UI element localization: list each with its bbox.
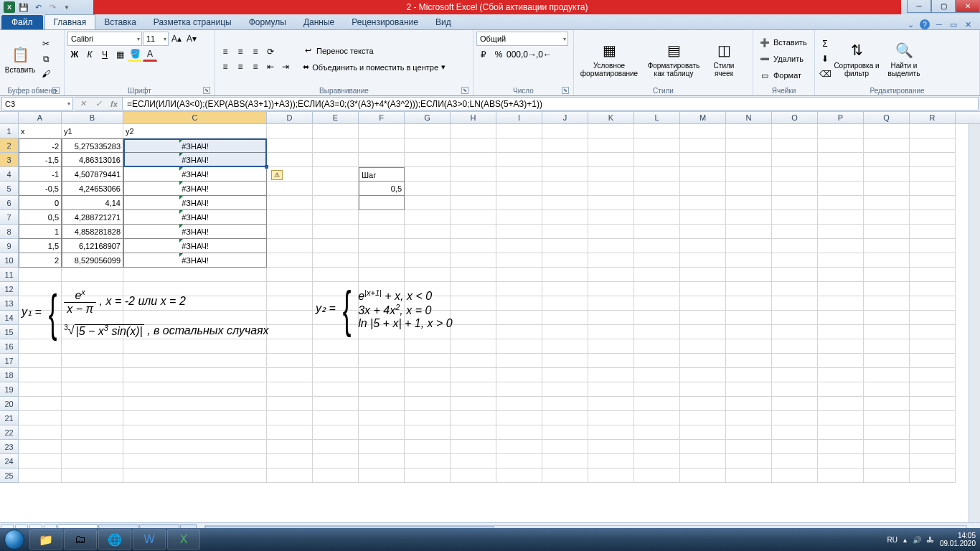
align-right-icon[interactable]: ≡ (248, 60, 263, 74)
font-size-combo[interactable]: 11 (143, 32, 169, 46)
group-editing-label: Редактирование (818, 86, 976, 95)
format-as-table-button[interactable]: ▤Форматировать как таблицу (643, 32, 705, 86)
group-clipboard-label: Буфер обмена (8, 87, 57, 95)
maximize-button[interactable]: ▢ (931, 0, 956, 13)
increase-indent-icon[interactable]: ⇥ (278, 60, 293, 74)
copy-icon[interactable]: ⧉ (39, 52, 53, 66)
percent-icon[interactable]: % (491, 47, 506, 62)
font-color-icon[interactable]: A (143, 47, 157, 62)
merge-center-button[interactable]: ⬌Объединить и поместить в центре ▾ (298, 60, 449, 75)
number-format-combo[interactable]: Общий (476, 32, 568, 46)
minimize-ribbon-icon[interactable]: ⌄ (905, 19, 915, 29)
taskbar-chrome-icon[interactable]: 🌐 (98, 529, 131, 550)
format-cells-button[interactable]: ▭Формат (756, 67, 811, 83)
insert-function-icon[interactable]: fx (106, 100, 122, 108)
tab-page-layout[interactable]: Разметка страницы (145, 15, 240, 29)
enter-formula-icon[interactable]: ✓ (90, 99, 106, 108)
help-icon[interactable]: ? (920, 19, 930, 29)
conditional-formatting-button[interactable]: ▦Условное форматирование (577, 32, 641, 86)
tab-formulas[interactable]: Формулы (240, 15, 295, 29)
insert-cells-button[interactable]: ➕Вставить (756, 34, 811, 50)
cell-B1[interactable]: y1 (62, 124, 123, 138)
tray-lang[interactable]: RU (887, 536, 897, 544)
tab-review[interactable]: Рецензирование (343, 15, 427, 29)
error-smart-tag-icon[interactable]: ⚠ (271, 170, 283, 180)
file-tab[interactable]: Файл (1, 15, 43, 29)
vertical-scrollbar[interactable] (969, 124, 980, 522)
dialog-launcher-icon[interactable]: ⬊ (52, 87, 60, 94)
fill-handle[interactable] (265, 165, 268, 169)
comma-icon[interactable]: 000 (507, 47, 521, 62)
workbook-restore-icon[interactable]: ▭ (948, 19, 958, 29)
align-middle-icon[interactable]: ≡ (233, 44, 248, 59)
fill-color-icon[interactable]: 🪣 (128, 47, 142, 62)
taskbar-excel-icon[interactable]: X (167, 529, 200, 550)
taskbar-folder-icon[interactable]: 🗂 (64, 529, 97, 550)
tab-home[interactable]: Главная (44, 14, 96, 29)
decrease-font-icon[interactable]: A▾ (184, 32, 199, 46)
autosum-icon[interactable]: Σ (818, 37, 832, 51)
group-font-label: Шрифт (128, 87, 151, 95)
qat-dropdown-icon[interactable]: ▼ (60, 1, 73, 14)
workbook-minimize-icon[interactable]: ─ (934, 19, 944, 29)
close-button[interactable]: ✕ (956, 0, 980, 13)
formula-bar[interactable]: =ЕСЛИ(ИЛИ(A3<0);(EXP(ABS(A3+1))+A3));ЕСЛ… (123, 97, 979, 110)
undo-icon[interactable]: ↶ (32, 1, 44, 14)
underline-icon[interactable]: Ч (98, 47, 112, 62)
name-box[interactable]: C3 (1, 97, 73, 110)
merge-icon: ⬌ (302, 62, 309, 72)
align-bottom-icon[interactable]: ≡ (248, 44, 263, 59)
table-icon: ▤ (664, 40, 684, 60)
tab-data[interactable]: Данные (295, 15, 343, 29)
start-button[interactable] (0, 528, 29, 551)
dialog-launcher-icon[interactable]: ⬊ (203, 87, 210, 94)
currency-icon[interactable]: ₽ (476, 47, 491, 62)
tray-network-icon[interactable]: 🖧 (927, 536, 934, 544)
cell-C1[interactable]: y2 (123, 124, 267, 138)
borders-icon[interactable]: ▦ (113, 47, 127, 62)
delete-cells-button[interactable]: ➖Удалить (756, 51, 811, 67)
decrease-decimal-icon[interactable]: ,0← (537, 47, 551, 62)
dialog-launcher-icon[interactable]: ⬊ (461, 87, 468, 94)
fill-icon[interactable]: ⬇ (818, 52, 832, 66)
align-top-icon[interactable]: ≡ (218, 44, 232, 59)
cell-styles-button[interactable]: ◫Стили ячеек (706, 32, 742, 86)
bold-icon[interactable]: Ж (67, 47, 82, 62)
group-number-label: Число (513, 87, 534, 95)
decrease-indent-icon[interactable]: ⇤ (263, 60, 278, 74)
tab-view[interactable]: Вид (427, 15, 460, 29)
format-painter-icon[interactable]: 🖌 (39, 67, 53, 81)
align-left-icon[interactable]: ≡ (218, 60, 232, 74)
cut-icon[interactable]: ✂ (39, 37, 53, 51)
minimize-button[interactable]: ─ (907, 0, 931, 13)
italic-icon[interactable]: К (83, 47, 97, 62)
cell-A1[interactable]: x (19, 124, 62, 138)
cond-format-icon: ▦ (599, 40, 619, 60)
select-all-corner[interactable] (0, 112, 19, 123)
font-name-combo[interactable]: Calibri (67, 32, 142, 46)
tray-show-hidden-icon[interactable]: ▴ (903, 536, 907, 544)
taskbar-explorer-icon[interactable]: 📁 (29, 529, 62, 550)
wrap-text-button[interactable]: ↩Перенос текста (298, 43, 449, 59)
taskbar-word-icon[interactable]: W (133, 529, 166, 550)
redo-icon[interactable]: ↷ (46, 1, 59, 14)
save-icon[interactable]: 💾 (17, 1, 30, 14)
cancel-formula-icon[interactable]: ✕ (75, 99, 90, 108)
column-headers[interactable]: A B C D E F G H I J K L M N O P Q R (0, 112, 980, 124)
align-center-icon[interactable]: ≡ (233, 60, 248, 74)
window-title: 2 - Microsoft Excel (Сбой активации прод… (93, 0, 901, 14)
find-icon: 🔍 (894, 40, 914, 60)
increase-font-icon[interactable]: A▴ (169, 32, 184, 46)
group-alignment-label: Выравнивание (319, 87, 369, 95)
tray-volume-icon[interactable]: 🔊 (913, 536, 921, 544)
workbook-close-icon[interactable]: ✕ (963, 19, 973, 29)
find-select-button[interactable]: 🔍Найти и выделить (881, 32, 927, 86)
increase-decimal-icon[interactable]: ,0→ (522, 47, 536, 62)
dialog-launcher-icon[interactable]: ⬊ (562, 87, 569, 94)
clear-icon[interactable]: ⌫ (818, 67, 832, 81)
paste-button[interactable]: 📋 Вставить (3, 32, 37, 86)
orientation-icon[interactable]: ⟳ (263, 44, 278, 59)
tab-insert[interactable]: Вставка (95, 15, 145, 29)
tray-clock[interactable]: 14:05 09.01.2020 (940, 532, 976, 547)
sort-filter-button[interactable]: ⇅Сортировка и фильтр (834, 32, 880, 86)
